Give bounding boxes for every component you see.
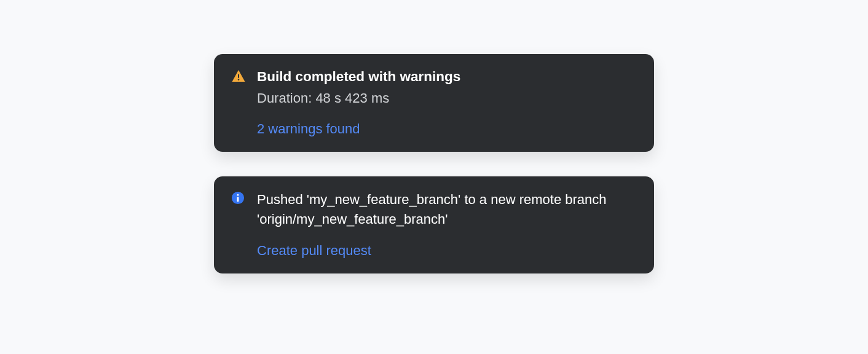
notification-build-warning: Build completed with warnings Duration: …	[214, 54, 654, 152]
notification-subtitle: Duration: 48 s 423 ms	[257, 89, 637, 108]
svg-point-3	[237, 194, 239, 196]
svg-point-1	[238, 79, 240, 81]
svg-rect-4	[237, 197, 239, 202]
info-icon	[231, 191, 246, 206]
notification-content: Build completed with warnings Duration: …	[257, 68, 637, 137]
notification-content: Pushed 'my_new_feature_branch' to a new …	[257, 190, 637, 259]
notification-body: Pushed 'my_new_feature_branch' to a new …	[257, 190, 637, 229]
notification-push-info: Pushed 'my_new_feature_branch' to a new …	[214, 176, 654, 273]
warnings-found-link[interactable]: 2 warnings found	[257, 121, 360, 137]
notification-title: Build completed with warnings	[257, 68, 637, 85]
svg-rect-0	[238, 74, 239, 79]
warning-icon	[231, 69, 246, 84]
create-pull-request-link[interactable]: Create pull request	[257, 243, 371, 259]
